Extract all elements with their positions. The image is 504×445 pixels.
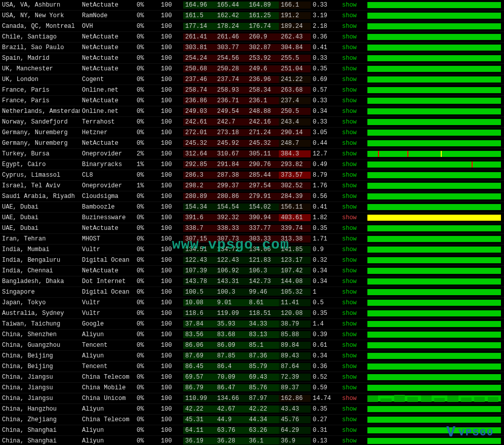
- show-link[interactable]: show: [340, 437, 364, 444]
- show-link[interactable]: show: [340, 427, 364, 434]
- show-link[interactable]: show: [340, 395, 364, 402]
- stdev-cell: 0.44: [311, 140, 340, 147]
- show-link[interactable]: show: [340, 161, 364, 168]
- avg-cell: 63.76: [215, 427, 247, 434]
- show-link[interactable]: show: [340, 33, 364, 41]
- worst-cell: 243.4: [279, 118, 311, 126]
- show-link[interactable]: show: [340, 246, 364, 253]
- show-link[interactable]: show: [340, 235, 364, 242]
- loss-cell: 0%: [135, 331, 159, 338]
- loss-cell: 0%: [135, 193, 159, 200]
- provider-cell: Google: [80, 320, 135, 328]
- show-link[interactable]: show: [340, 2, 364, 9]
- show-link[interactable]: show: [340, 363, 364, 370]
- show-link[interactable]: show: [340, 352, 364, 359]
- location-cell: Taiwan, Taichung: [0, 320, 80, 328]
- provider-cell: NetActuate: [80, 267, 135, 274]
- show-link[interactable]: show: [340, 204, 364, 211]
- show-link[interactable]: show: [340, 257, 364, 264]
- last-cell: 42.22: [183, 406, 215, 413]
- show-link[interactable]: show: [340, 150, 364, 157]
- location-cell: Chile, Santiago: [0, 33, 80, 41]
- last-cell: 86.06: [183, 342, 215, 349]
- show-link[interactable]: show: [340, 214, 364, 221]
- show-link[interactable]: show: [340, 129, 364, 136]
- sparkline: [367, 363, 501, 370]
- worst-cell: 72.39: [279, 374, 311, 381]
- table-row: Netherlands, AmsterdamOnline.net0%100249…: [0, 106, 504, 117]
- loss-cell: 0%: [135, 299, 159, 306]
- provider-cell: Terrahost: [80, 118, 135, 126]
- stdev-cell: 0.34: [311, 278, 340, 285]
- worst-cell: 36.9: [279, 437, 311, 444]
- show-link[interactable]: show: [340, 267, 364, 274]
- best-cell: 297.54: [247, 182, 279, 189]
- worst-cell: 403.61: [279, 214, 311, 221]
- show-link[interactable]: show: [340, 406, 364, 413]
- show-link[interactable]: show: [340, 65, 364, 72]
- sparkline: [367, 129, 501, 136]
- avg-cell: 237.74: [215, 76, 247, 83]
- show-link[interactable]: show: [340, 299, 364, 306]
- show-link[interactable]: show: [340, 55, 364, 62]
- location-cell: India, Chennai: [0, 267, 80, 274]
- show-link[interactable]: show: [340, 416, 364, 423]
- provider-cell: NetActuate: [80, 55, 135, 62]
- provider-cell: Online.net: [80, 87, 135, 94]
- show-link[interactable]: show: [340, 108, 364, 115]
- last-cell: 86.79: [183, 384, 215, 391]
- show-link[interactable]: show: [340, 12, 364, 19]
- show-link[interactable]: show: [340, 182, 364, 189]
- show-link[interactable]: show: [340, 172, 364, 179]
- provider-cell: NetActuate: [80, 140, 135, 147]
- show-link[interactable]: show: [340, 320, 364, 328]
- worst-cell: 85.88: [279, 331, 311, 338]
- location-cell: UK, London: [0, 76, 80, 83]
- show-link[interactable]: show: [340, 225, 364, 232]
- show-link[interactable]: show: [340, 289, 364, 296]
- show-link[interactable]: show: [340, 44, 364, 51]
- sent-cell: 100: [159, 267, 183, 274]
- show-link[interactable]: show: [340, 331, 364, 338]
- location-cell: China, Hangzhou: [0, 406, 80, 413]
- stdev-cell: 0.52: [311, 374, 340, 381]
- location-cell: Spain, Madrid: [0, 55, 80, 62]
- loss-cell: 0%: [135, 246, 159, 253]
- stdev-cell: 0.35: [311, 406, 340, 413]
- show-link[interactable]: show: [340, 374, 364, 381]
- stdev-cell: 0.49: [311, 161, 340, 168]
- best-cell: 260.9: [247, 33, 279, 41]
- last-cell: 286.3: [183, 172, 215, 179]
- show-link[interactable]: show: [340, 193, 364, 200]
- worst-cell: 89.37: [279, 384, 311, 391]
- show-link[interactable]: show: [340, 278, 364, 285]
- provider-cell: Dot Internet: [80, 278, 135, 285]
- stdev-cell: 0.34: [311, 108, 340, 115]
- sent-cell: 100: [159, 384, 183, 391]
- avg-cell: 291.84: [215, 161, 247, 168]
- provider-cell: Cogent: [80, 76, 135, 83]
- show-link[interactable]: show: [340, 140, 364, 147]
- best-cell: 245.32: [247, 140, 279, 147]
- sent-cell: 100: [159, 87, 183, 94]
- show-link[interactable]: show: [340, 118, 364, 126]
- avg-cell: 154.54: [215, 204, 247, 211]
- table-row: China, JiangsuChina Telecom0%10069.5770.…: [0, 372, 504, 383]
- show-link[interactable]: show: [340, 87, 364, 94]
- show-link[interactable]: show: [340, 97, 364, 104]
- show-link[interactable]: show: [340, 310, 364, 317]
- show-link[interactable]: show: [340, 76, 364, 83]
- sparkline: [367, 289, 501, 296]
- location-cell: Brazil, Sao Paulo: [0, 44, 80, 51]
- worst-cell: 290.14: [279, 129, 311, 136]
- last-cell: 258.74: [183, 87, 215, 94]
- stdev-cell: 0.34: [311, 352, 340, 359]
- loss-cell: 0%: [135, 310, 159, 317]
- show-link[interactable]: show: [340, 342, 364, 349]
- last-cell: 307.15: [183, 235, 215, 242]
- avg-cell: 86.47: [215, 384, 247, 391]
- table-row: Egypt, CairoBinaryracks1%100292.85291.84…: [0, 159, 504, 170]
- avg-cell: 250.28: [215, 65, 247, 72]
- show-link[interactable]: show: [340, 23, 364, 30]
- show-link[interactable]: show: [340, 384, 364, 391]
